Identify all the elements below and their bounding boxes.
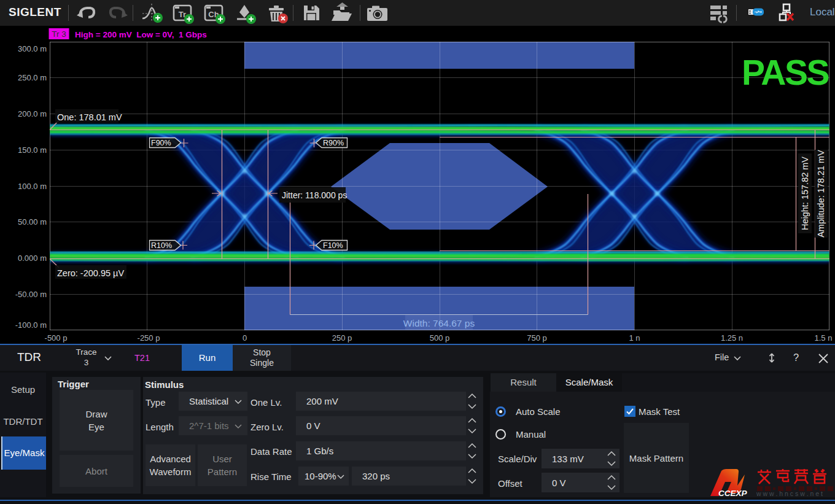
svg-text:Tr 3: Tr 3 xyxy=(52,29,66,39)
svg-text:Zero: -200.95 µV: Zero: -200.95 µV xyxy=(57,268,124,278)
svg-text:Jitter: 118.000 ps: Jitter: 118.000 ps xyxy=(282,190,347,200)
svg-text:250 p: 250 p xyxy=(332,333,352,343)
svg-text:F10%: F10% xyxy=(323,241,343,250)
svg-text:PASS: PASS xyxy=(742,53,828,92)
svg-text:Amplitude: 178.21 mV: Amplitude: 178.21 mV xyxy=(816,150,826,238)
svg-text:0: 0 xyxy=(243,333,247,343)
svg-text:One: 178.01 mV: One: 178.01 mV xyxy=(57,112,122,122)
svg-text:w w w . h n c s w . n e t: w w w . h n c s w . n e t xyxy=(756,490,823,497)
svg-text:F90%: F90% xyxy=(151,139,171,147)
svg-text:-250 p: -250 p xyxy=(138,333,160,343)
svg-text:CCEXP: CCEXP xyxy=(718,489,748,497)
svg-text:Height: 157.82 mV: Height: 157.82 mV xyxy=(800,157,810,230)
svg-text:-500 p: -500 p xyxy=(45,333,68,343)
svg-text:Width: 764.67 ps: Width: 764.67 ps xyxy=(403,318,475,328)
svg-text:R90%: R90% xyxy=(323,139,344,147)
svg-text:1 n: 1 n xyxy=(629,333,640,343)
svg-text:1.5 n: 1.5 n xyxy=(815,333,833,343)
svg-text:1.25 n: 1.25 n xyxy=(721,333,743,343)
svg-text:500 p: 500 p xyxy=(430,333,450,343)
svg-text:750 p: 750 p xyxy=(527,333,547,343)
svg-text:High = 200 mV Low = 0V, 1 Gb: High = 200 mV Low = 0V, 1 Gbps xyxy=(75,30,207,39)
svg-text:R10%: R10% xyxy=(151,241,172,250)
